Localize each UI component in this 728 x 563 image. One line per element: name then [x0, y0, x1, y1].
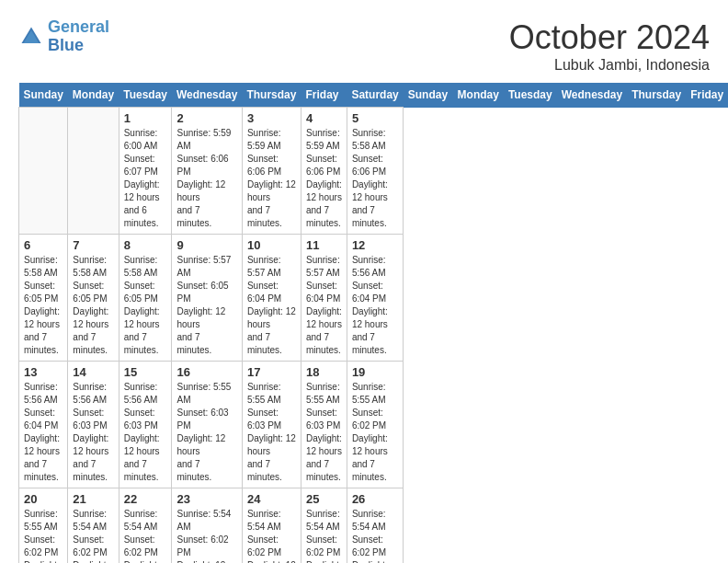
day-info: Sunrise: 5:54 AM Sunset: 6:02 PM Dayligh… — [247, 508, 296, 563]
day-info: Sunrise: 5:55 AM Sunset: 6:02 PM Dayligh… — [352, 381, 398, 484]
day-number: 15 — [124, 365, 167, 379]
day-info: Sunrise: 5:57 AM Sunset: 6:05 PM Dayligh… — [176, 254, 236, 357]
day-number: 8 — [124, 238, 167, 252]
day-info: Sunrise: 5:56 AM Sunset: 6:04 PM Dayligh… — [24, 381, 63, 484]
day-info: Sunrise: 5:58 AM Sunset: 6:06 PM Dayligh… — [352, 127, 398, 230]
header-monday: Monday — [453, 83, 504, 108]
calendar-cell: 18Sunrise: 5:55 AM Sunset: 6:03 PM Dayli… — [301, 362, 347, 488]
day-number: 14 — [73, 365, 113, 379]
day-info: Sunrise: 5:55 AM Sunset: 6:03 PM Dayligh… — [247, 381, 296, 484]
header-friday: Friday — [301, 83, 347, 108]
day-number: 13 — [24, 365, 63, 379]
day-number: 2 — [176, 111, 236, 125]
header-tuesday: Tuesday — [504, 83, 557, 108]
header-thursday: Thursday — [627, 83, 686, 108]
day-number: 11 — [306, 238, 342, 252]
day-info: Sunrise: 5:58 AM Sunset: 6:05 PM Dayligh… — [73, 254, 113, 357]
calendar-cell: 13Sunrise: 5:56 AM Sunset: 6:04 PM Dayli… — [19, 362, 68, 488]
day-number: 7 — [73, 238, 113, 252]
calendar-cell: 16Sunrise: 5:55 AM Sunset: 6:03 PM Dayli… — [172, 362, 242, 488]
calendar-cell: 20Sunrise: 5:55 AM Sunset: 6:02 PM Dayli… — [19, 488, 68, 564]
calendar-week-3: 20Sunrise: 5:55 AM Sunset: 6:02 PM Dayli… — [19, 488, 729, 564]
day-number: 18 — [306, 365, 342, 379]
day-number: 26 — [352, 492, 398, 506]
calendar-cell: 15Sunrise: 5:56 AM Sunset: 6:03 PM Dayli… — [119, 362, 172, 488]
day-info: Sunrise: 5:54 AM Sunset: 6:02 PM Dayligh… — [176, 508, 236, 563]
day-number: 21 — [73, 492, 113, 506]
day-info: Sunrise: 5:55 AM Sunset: 6:03 PM Dayligh… — [306, 381, 342, 484]
day-number: 3 — [247, 111, 296, 125]
calendar-header-row: SundayMondayTuesdayWednesdayThursdayFrid… — [19, 83, 729, 108]
calendar-table: SundayMondayTuesdayWednesdayThursdayFrid… — [18, 83, 728, 563]
calendar-cell: 26Sunrise: 5:54 AM Sunset: 6:02 PM Dayli… — [347, 488, 403, 564]
calendar-cell: 25Sunrise: 5:54 AM Sunset: 6:02 PM Dayli… — [301, 488, 347, 564]
calendar-cell — [19, 108, 68, 235]
calendar-week-0: 1Sunrise: 6:00 AM Sunset: 6:07 PM Daylig… — [19, 108, 729, 235]
calendar-cell: 4Sunrise: 5:59 AM Sunset: 6:06 PM Daylig… — [301, 108, 347, 235]
day-info: Sunrise: 5:58 AM Sunset: 6:05 PM Dayligh… — [24, 254, 63, 357]
logo: General Blue — [18, 18, 109, 55]
day-number: 16 — [176, 365, 236, 379]
calendar-cell: 9Sunrise: 5:57 AM Sunset: 6:05 PM Daylig… — [172, 235, 242, 362]
day-info: Sunrise: 5:57 AM Sunset: 6:04 PM Dayligh… — [306, 254, 342, 357]
header-sunday: Sunday — [404, 83, 453, 108]
header-wednesday: Wednesday — [172, 83, 242, 108]
day-number: 24 — [247, 492, 296, 506]
header-sunday: Sunday — [19, 83, 68, 108]
day-info: Sunrise: 5:55 AM Sunset: 6:02 PM Dayligh… — [24, 508, 63, 563]
day-number: 25 — [306, 492, 342, 506]
calendar-cell: 21Sunrise: 5:54 AM Sunset: 6:02 PM Dayli… — [68, 488, 119, 564]
day-info: Sunrise: 5:54 AM Sunset: 6:02 PM Dayligh… — [352, 508, 398, 563]
day-number: 17 — [247, 365, 296, 379]
day-info: Sunrise: 5:54 AM Sunset: 6:02 PM Dayligh… — [306, 508, 342, 563]
day-number: 4 — [306, 111, 342, 125]
day-info: Sunrise: 5:56 AM Sunset: 6:03 PM Dayligh… — [73, 381, 113, 484]
header-saturday: Saturday — [347, 83, 403, 108]
day-info: Sunrise: 5:58 AM Sunset: 6:05 PM Dayligh… — [124, 254, 167, 357]
calendar-cell: 22Sunrise: 5:54 AM Sunset: 6:02 PM Dayli… — [119, 488, 172, 564]
header-friday: Friday — [686, 83, 728, 108]
calendar-cell: 11Sunrise: 5:57 AM Sunset: 6:04 PM Dayli… — [301, 235, 347, 362]
calendar-cell: 12Sunrise: 5:56 AM Sunset: 6:04 PM Dayli… — [347, 235, 403, 362]
calendar-cell: 7Sunrise: 5:58 AM Sunset: 6:05 PM Daylig… — [68, 235, 119, 362]
calendar-cell: 2Sunrise: 5:59 AM Sunset: 6:06 PM Daylig… — [172, 108, 242, 235]
day-info: Sunrise: 5:56 AM Sunset: 6:04 PM Dayligh… — [352, 254, 398, 357]
month-title: October 2024 — [509, 18, 710, 57]
day-number: 10 — [247, 238, 296, 252]
location-subtitle: Lubuk Jambi, Indonesia — [509, 57, 710, 74]
calendar-cell: 1Sunrise: 6:00 AM Sunset: 6:07 PM Daylig… — [119, 108, 172, 235]
day-number: 12 — [352, 238, 398, 252]
header-monday: Monday — [68, 83, 119, 108]
header-thursday: Thursday — [242, 83, 301, 108]
day-info: Sunrise: 5:59 AM Sunset: 6:06 PM Dayligh… — [306, 127, 342, 230]
day-info: Sunrise: 5:57 AM Sunset: 6:04 PM Dayligh… — [247, 254, 296, 357]
day-number: 9 — [176, 238, 236, 252]
calendar-cell: 10Sunrise: 5:57 AM Sunset: 6:04 PM Dayli… — [242, 235, 301, 362]
day-info: Sunrise: 6:00 AM Sunset: 6:07 PM Dayligh… — [124, 127, 167, 230]
day-info: Sunrise: 5:55 AM Sunset: 6:03 PM Dayligh… — [176, 381, 236, 484]
calendar-cell: 23Sunrise: 5:54 AM Sunset: 6:02 PM Dayli… — [172, 488, 242, 564]
calendar-week-1: 6Sunrise: 5:58 AM Sunset: 6:05 PM Daylig… — [19, 235, 729, 362]
calendar-cell: 6Sunrise: 5:58 AM Sunset: 6:05 PM Daylig… — [19, 235, 68, 362]
logo-icon — [18, 24, 44, 50]
day-number: 23 — [176, 492, 236, 506]
page-header: General Blue October 2024 Lubuk Jambi, I… — [18, 18, 710, 74]
header-wednesday: Wednesday — [557, 83, 627, 108]
day-info: Sunrise: 5:59 AM Sunset: 6:06 PM Dayligh… — [247, 127, 296, 230]
day-info: Sunrise: 5:54 AM Sunset: 6:02 PM Dayligh… — [124, 508, 167, 563]
calendar-cell: 5Sunrise: 5:58 AM Sunset: 6:06 PM Daylig… — [347, 108, 403, 235]
day-info: Sunrise: 5:56 AM Sunset: 6:03 PM Dayligh… — [124, 381, 167, 484]
calendar-week-2: 13Sunrise: 5:56 AM Sunset: 6:04 PM Dayli… — [19, 362, 729, 488]
day-number: 20 — [24, 492, 63, 506]
calendar-cell: 8Sunrise: 5:58 AM Sunset: 6:05 PM Daylig… — [119, 235, 172, 362]
day-info: Sunrise: 5:59 AM Sunset: 6:06 PM Dayligh… — [176, 127, 236, 230]
header-tuesday: Tuesday — [119, 83, 172, 108]
day-number: 19 — [352, 365, 398, 379]
calendar-cell — [68, 108, 119, 235]
calendar-cell: 14Sunrise: 5:56 AM Sunset: 6:03 PM Dayli… — [68, 362, 119, 488]
day-number: 1 — [124, 111, 167, 125]
title-block: October 2024 Lubuk Jambi, Indonesia — [509, 18, 710, 74]
day-number: 5 — [352, 111, 398, 125]
calendar-cell: 3Sunrise: 5:59 AM Sunset: 6:06 PM Daylig… — [242, 108, 301, 235]
calendar-cell: 19Sunrise: 5:55 AM Sunset: 6:02 PM Dayli… — [347, 362, 403, 488]
